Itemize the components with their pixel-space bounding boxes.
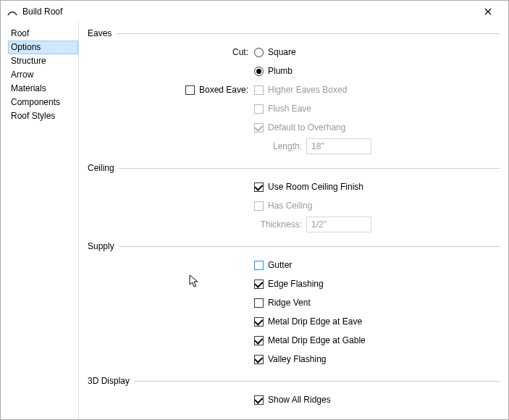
ridge-vent-checkbox[interactable] — [254, 298, 264, 308]
eaves-group: Eaves Cut: Square Plumb — [88, 28, 500, 156]
metal-drip-eave-label: Metal Drip Edge at Eave — [268, 316, 362, 327]
default-overhang-label: Default to Overhang — [268, 122, 345, 133]
sidebar-item-arrow[interactable]: Arrow — [8, 68, 78, 82]
3d-display-header: 3D Display — [88, 376, 134, 386]
category-sidebar: Roof Options Structure Arrow Materials C… — [1, 22, 79, 419]
cut-square-label: Square — [268, 47, 296, 57]
edge-flashing-checkbox[interactable] — [254, 280, 264, 289]
thickness-label: Thickness: — [254, 219, 302, 230]
valley-flashing-checkbox[interactable] — [254, 355, 264, 364]
supply-header: Supply — [88, 241, 119, 251]
ceiling-header: Ceiling — [88, 163, 119, 173]
flush-eave-checkbox — [254, 104, 264, 114]
flush-eave-label: Flush Eave — [268, 104, 311, 114]
sidebar-item-roof-styles[interactable]: Roof Styles — [8, 109, 78, 123]
higher-eaves-boxed-label: Higher Eaves Boxed — [268, 85, 347, 95]
sidebar-item-options[interactable]: Options — [8, 41, 78, 54]
valley-flashing-label: Valley Flashing — [268, 354, 326, 364]
higher-eaves-boxed-checkbox — [254, 85, 264, 95]
titlebar: Build Roof — [1, 1, 508, 22]
has-ceiling-label: Has Ceiling — [268, 201, 312, 211]
use-room-ceiling-finish-label: Use Room Ceiling Finish — [268, 182, 363, 192]
show-all-ridges-checkbox[interactable] — [254, 395, 264, 405]
build-roof-dialog: Build Roof Roof Options Structure Arrow … — [0, 0, 509, 420]
options-panel: Eaves Cut: Square Plumb — [79, 22, 508, 419]
boxed-eave-checkbox[interactable] — [185, 85, 195, 95]
close-button[interactable] — [474, 1, 502, 22]
roof-icon — [7, 6, 18, 17]
cut-plumb-label: Plumb — [268, 66, 293, 76]
ridge-vent-label: Ridge Vent — [268, 298, 311, 308]
edge-flashing-label: Edge Flashing — [268, 279, 324, 289]
length-input — [306, 138, 371, 154]
gutter-checkbox[interactable] — [254, 261, 264, 270]
use-room-ceiling-finish-checkbox[interactable] — [254, 182, 264, 192]
cut-plumb-radio[interactable] — [254, 67, 264, 76]
sidebar-item-components[interactable]: Components — [8, 96, 78, 109]
window-title: Build Roof — [22, 7, 474, 17]
sidebar-item-structure[interactable]: Structure — [8, 54, 78, 68]
length-label: Length: — [254, 141, 302, 151]
has-ceiling-checkbox — [254, 201, 264, 211]
ceiling-group: Ceiling Use Room Ceiling Finish Has Ceil… — [88, 163, 500, 234]
boxed-eave-label: Boxed Eave: — [199, 85, 248, 95]
metal-drip-gable-checkbox[interactable] — [254, 336, 264, 345]
eaves-header: Eaves — [88, 28, 116, 38]
metal-drip-eave-checkbox[interactable] — [254, 317, 264, 327]
3d-display-group: 3D Display Show All Ridges — [88, 376, 500, 409]
cut-square-radio[interactable] — [254, 48, 264, 57]
sidebar-item-materials[interactable]: Materials — [8, 82, 78, 96]
show-all-ridges-label: Show All Ridges — [268, 395, 331, 405]
default-overhang-checkbox — [254, 123, 264, 133]
metal-drip-gable-label: Metal Drip Edge at Gable — [268, 335, 366, 345]
supply-group: Supply Gutter Edge Flashing — [88, 241, 500, 369]
thickness-input — [306, 217, 371, 232]
sidebar-item-roof[interactable]: Roof — [8, 27, 78, 41]
cut-label: Cut: — [88, 47, 254, 57]
gutter-label: Gutter — [268, 260, 292, 270]
